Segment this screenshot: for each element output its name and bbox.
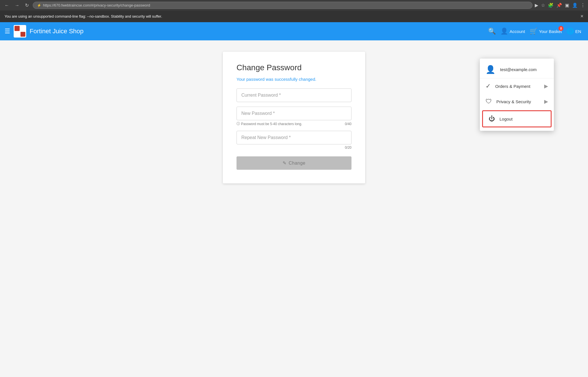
extensions-button[interactable]: 🧩	[548, 3, 554, 8]
logo-cell-2	[20, 26, 26, 31]
privacy-arrow-icon: ▶	[544, 98, 548, 105]
dropdown-user-icon: 👤	[486, 65, 496, 74]
app-title: Fortinet Juice Shop	[30, 28, 84, 35]
url-security-icon: ⚡	[37, 3, 41, 7]
account-button[interactable]: 👤 Account	[498, 25, 527, 37]
privacy-security-item[interactable]: 🛡 Privacy & Security ▶	[480, 94, 554, 109]
logo-container: Fortinet Juice Shop	[14, 25, 84, 38]
reload-button[interactable]: ↻	[23, 2, 30, 9]
repeat-password-field: 0/20	[237, 131, 351, 150]
pin-button[interactable]: 📌	[556, 3, 562, 8]
current-password-field	[237, 88, 351, 102]
logout-label: Logout	[499, 117, 513, 121]
warning-close-button[interactable]: ×	[580, 13, 583, 19]
app-header: ☰ Fortinet Juice Shop 🔍 👤 Account 🛒 Your…	[0, 22, 588, 40]
account-label: Account	[510, 29, 525, 34]
change-btn-label: Change	[289, 161, 305, 166]
profile-button[interactable]: 👤	[572, 3, 578, 8]
lang-label: EN	[575, 29, 581, 34]
success-message: Your password was successfully changed.	[237, 77, 351, 82]
repeat-password-char-count: 0/20	[345, 146, 351, 150]
logout-icon: ⏻	[489, 115, 495, 123]
dropdown-user-row: 👤 test@example.com	[480, 61, 554, 78]
menu-button[interactable]: ☰	[5, 28, 10, 35]
privacy-icon: 🛡	[486, 98, 492, 105]
basket-button[interactable]: 🛒 Your Basket 0	[527, 25, 564, 37]
current-password-input-wrapper[interactable]	[237, 88, 351, 102]
basket-icon: 🛒	[530, 28, 537, 35]
logo-cell-4	[20, 32, 26, 37]
new-password-hint: ⓘ Password must be 5-40 characters long.…	[237, 121, 351, 126]
change-button[interactable]: ✎ Change	[237, 156, 351, 170]
repeat-password-input-wrapper[interactable]	[237, 131, 351, 144]
logo-cell-1	[15, 26, 20, 31]
hint-left: ⓘ Password must be 5-40 characters long.	[237, 121, 302, 126]
orders-payment-item[interactable]: ✓ Orders & Payment ▶	[480, 78, 554, 94]
account-icon: 👤	[500, 28, 508, 35]
new-password-field: ⓘ Password must be 5-40 characters long.…	[237, 107, 351, 126]
url-bar[interactable]: ⚡ https://670.fwebtraincse.com/#/privacy…	[33, 2, 533, 9]
logout-item[interactable]: ⏻ Logout	[482, 110, 552, 127]
new-password-input-wrapper[interactable]	[237, 107, 351, 120]
search-icon: 🔍	[488, 28, 496, 35]
orders-arrow-icon: ▶	[544, 83, 548, 89]
window-button[interactable]: ▣	[565, 3, 569, 8]
warning-text: You are using an unsupported command-lin…	[5, 14, 162, 18]
more-button[interactable]: ⋮	[581, 3, 585, 8]
logo-cell-3	[15, 32, 20, 37]
dropdown-user-email: test@example.com	[500, 67, 537, 72]
new-password-input[interactable]	[241, 111, 347, 116]
account-dropdown: 👤 test@example.com ✓ Orders & Payment ▶ …	[480, 59, 554, 131]
browser-actions: ▶ ☆ 🧩 📌 ▣ 👤 ⋮	[535, 3, 585, 8]
forward-button[interactable]: →	[13, 2, 21, 9]
main-content: Change Password Your password was succes…	[0, 40, 588, 377]
new-password-char-count: 0/40	[345, 122, 351, 126]
back-button[interactable]: ←	[3, 2, 11, 9]
info-icon: ⓘ	[237, 121, 240, 126]
orders-label: Orders & Payment	[495, 84, 530, 89]
orders-icon: ✓	[486, 82, 491, 90]
search-button[interactable]: 🔍	[486, 25, 498, 37]
browser-chrome: ← → ↻ ⚡ https://670.fwebtraincse.com/#/p…	[0, 0, 588, 11]
edit-icon: ✎	[283, 160, 287, 166]
warning-bar: You are using an unsupported command-lin…	[0, 11, 588, 22]
globe-icon: 🌐	[566, 28, 574, 35]
url-text: https://670.fwebtraincse.com/#/privacy-s…	[43, 3, 150, 7]
repeat-password-hint: 0/20	[237, 146, 351, 150]
basket-badge: 0	[558, 26, 564, 31]
repeat-password-input[interactable]	[241, 135, 347, 140]
current-password-input[interactable]	[241, 93, 347, 98]
logo-icon	[14, 25, 26, 38]
card-title: Change Password	[237, 63, 351, 72]
change-password-card: Change Password Your password was succes…	[223, 52, 365, 183]
bookmark-button[interactable]: ☆	[541, 3, 545, 8]
language-button[interactable]: 🌐 EN	[564, 25, 583, 37]
cast-button[interactable]: ▶	[535, 3, 538, 8]
privacy-label: Privacy & Security	[496, 99, 531, 104]
password-hint-text: Password must be 5-40 characters long.	[241, 122, 302, 126]
